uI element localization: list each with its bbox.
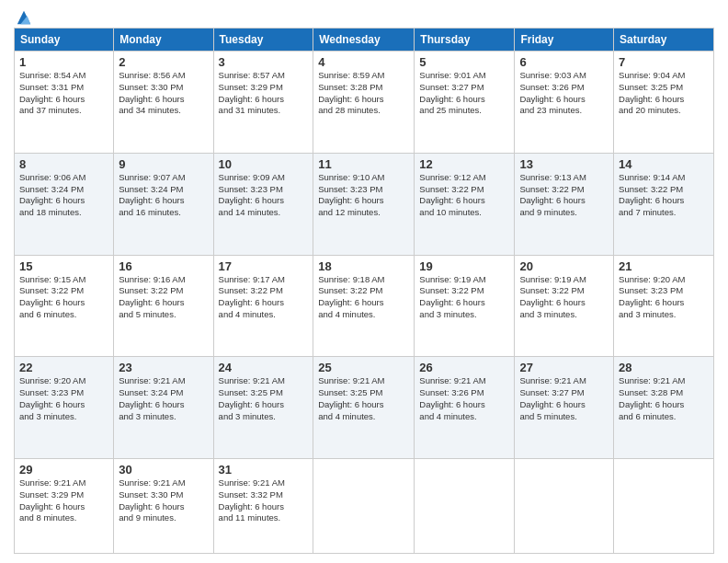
day-info: Sunrise: 9:20 AM Sunset: 3:23 PM Dayligh… [19, 375, 108, 422]
calendar-cell: 23Sunrise: 9:21 AM Sunset: 3:24 PM Dayli… [114, 357, 213, 459]
calendar-cell: 25Sunrise: 9:21 AM Sunset: 3:25 PM Dayli… [313, 357, 415, 459]
day-info: Sunrise: 9:17 AM Sunset: 3:22 PM Dayligh… [219, 274, 309, 321]
day-info: Sunrise: 9:21 AM Sunset: 3:24 PM Dayligh… [119, 375, 208, 422]
day-info: Sunrise: 9:16 AM Sunset: 3:22 PM Dayligh… [119, 274, 208, 321]
calendar-cell: 27Sunrise: 9:21 AM Sunset: 3:27 PM Dayli… [515, 357, 614, 459]
calendar-cell: 9Sunrise: 9:07 AM Sunset: 3:24 PM Daylig… [114, 153, 213, 255]
calendar-cell: 4Sunrise: 8:59 AM Sunset: 3:28 PM Daylig… [313, 52, 415, 154]
header-day-saturday: Saturday [614, 29, 714, 52]
day-number: 26 [419, 361, 509, 374]
calendar-cell: 16Sunrise: 9:16 AM Sunset: 3:22 PM Dayli… [114, 255, 213, 357]
calendar-cell: 7Sunrise: 9:04 AM Sunset: 3:25 PM Daylig… [614, 52, 714, 154]
day-info: Sunrise: 9:21 AM Sunset: 3:30 PM Dayligh… [119, 477, 208, 524]
calendar-cell: 2Sunrise: 8:56 AM Sunset: 3:30 PM Daylig… [114, 52, 213, 154]
calendar-week-row: 29Sunrise: 9:21 AM Sunset: 3:29 PM Dayli… [15, 459, 714, 554]
day-info: Sunrise: 9:20 AM Sunset: 3:23 PM Dayligh… [619, 274, 709, 321]
day-info: Sunrise: 9:03 AM Sunset: 3:26 PM Dayligh… [519, 70, 609, 117]
day-number: 16 [119, 259, 208, 273]
calendar-cell: 13Sunrise: 9:13 AM Sunset: 3:22 PM Dayli… [515, 153, 614, 255]
header-day-monday: Monday [114, 29, 213, 52]
day-info: Sunrise: 8:56 AM Sunset: 3:30 PM Dayligh… [119, 70, 208, 117]
calendar-cell: 12Sunrise: 9:12 AM Sunset: 3:22 PM Dayli… [415, 153, 515, 255]
calendar-cell: 8Sunrise: 9:06 AM Sunset: 3:24 PM Daylig… [15, 153, 114, 255]
day-info: Sunrise: 9:10 AM Sunset: 3:23 PM Dayligh… [318, 172, 409, 219]
day-number: 3 [219, 55, 309, 69]
day-info: Sunrise: 9:21 AM Sunset: 3:25 PM Dayligh… [219, 375, 309, 422]
calendar-cell: 6Sunrise: 9:03 AM Sunset: 3:26 PM Daylig… [515, 52, 614, 154]
day-info: Sunrise: 9:04 AM Sunset: 3:25 PM Dayligh… [619, 70, 709, 117]
calendar-table: SundayMondayTuesdayWednesdayThursdayFrid… [14, 28, 714, 554]
day-info: Sunrise: 8:59 AM Sunset: 3:28 PM Dayligh… [318, 70, 409, 117]
day-info: Sunrise: 9:21 AM Sunset: 3:28 PM Dayligh… [619, 375, 709, 422]
day-number: 25 [318, 361, 409, 374]
calendar-cell: 17Sunrise: 9:17 AM Sunset: 3:22 PM Dayli… [213, 255, 313, 357]
header-day-sunday: Sunday [15, 29, 114, 52]
page: SundayMondayTuesdayWednesdayThursdayFrid… [0, 0, 728, 563]
day-number: 7 [619, 55, 709, 69]
day-number: 18 [318, 259, 409, 273]
calendar-cell: 18Sunrise: 9:18 AM Sunset: 3:22 PM Dayli… [313, 255, 415, 357]
day-info: Sunrise: 9:07 AM Sunset: 3:24 PM Dayligh… [119, 172, 208, 219]
day-number: 28 [619, 361, 709, 374]
header-day-tuesday: Tuesday [213, 29, 313, 52]
calendar-cell: 22Sunrise: 9:20 AM Sunset: 3:23 PM Dayli… [15, 357, 114, 459]
day-info: Sunrise: 9:21 AM Sunset: 3:26 PM Dayligh… [419, 375, 509, 422]
calendar-cell: 5Sunrise: 9:01 AM Sunset: 3:27 PM Daylig… [415, 52, 515, 154]
day-info: Sunrise: 8:57 AM Sunset: 3:29 PM Dayligh… [219, 70, 309, 117]
calendar-cell: 26Sunrise: 9:21 AM Sunset: 3:26 PM Dayli… [415, 357, 515, 459]
calendar-cell: 30Sunrise: 9:21 AM Sunset: 3:30 PM Dayli… [114, 459, 213, 554]
calendar-cell: 21Sunrise: 9:20 AM Sunset: 3:23 PM Dayli… [614, 255, 714, 357]
calendar-cell [415, 459, 515, 554]
calendar-cell: 24Sunrise: 9:21 AM Sunset: 3:25 PM Dayli… [213, 357, 313, 459]
day-info: Sunrise: 9:13 AM Sunset: 3:22 PM Dayligh… [519, 172, 609, 219]
day-number: 17 [219, 259, 309, 273]
calendar-cell: 14Sunrise: 9:14 AM Sunset: 3:22 PM Dayli… [614, 153, 714, 255]
day-number: 6 [519, 55, 609, 69]
calendar-week-row: 1Sunrise: 8:54 AM Sunset: 3:31 PM Daylig… [15, 52, 714, 154]
day-number: 29 [19, 463, 108, 477]
calendar-cell: 11Sunrise: 9:10 AM Sunset: 3:23 PM Dayli… [313, 153, 415, 255]
day-info: Sunrise: 9:18 AM Sunset: 3:22 PM Dayligh… [318, 274, 409, 321]
day-number: 27 [519, 361, 609, 374]
day-info: Sunrise: 9:12 AM Sunset: 3:22 PM Dayligh… [419, 172, 509, 219]
day-number: 13 [519, 157, 609, 171]
logo [14, 9, 32, 22]
calendar-cell: 19Sunrise: 9:19 AM Sunset: 3:22 PM Dayli… [415, 255, 515, 357]
day-info: Sunrise: 9:15 AM Sunset: 3:22 PM Dayligh… [19, 274, 108, 321]
day-number: 22 [19, 361, 108, 374]
header-day-wednesday: Wednesday [313, 29, 415, 52]
calendar-week-row: 8Sunrise: 9:06 AM Sunset: 3:24 PM Daylig… [15, 153, 714, 255]
calendar-cell [313, 459, 415, 554]
day-info: Sunrise: 9:06 AM Sunset: 3:24 PM Dayligh… [19, 172, 108, 219]
day-number: 4 [318, 55, 409, 69]
calendar-cell: 31Sunrise: 9:21 AM Sunset: 3:32 PM Dayli… [213, 459, 313, 554]
calendar-header-row: SundayMondayTuesdayWednesdayThursdayFrid… [15, 29, 714, 52]
day-info: Sunrise: 9:21 AM Sunset: 3:29 PM Dayligh… [19, 477, 108, 524]
calendar-cell [515, 459, 614, 554]
day-info: Sunrise: 9:01 AM Sunset: 3:27 PM Dayligh… [419, 70, 509, 117]
calendar-cell [614, 459, 714, 554]
header-day-friday: Friday [515, 29, 614, 52]
day-info: Sunrise: 9:21 AM Sunset: 3:25 PM Dayligh… [318, 375, 409, 422]
day-number: 23 [119, 361, 208, 374]
day-number: 14 [619, 157, 709, 171]
calendar-week-row: 22Sunrise: 9:20 AM Sunset: 3:23 PM Dayli… [15, 357, 714, 459]
day-number: 19 [419, 259, 509, 273]
day-number: 10 [219, 157, 309, 171]
calendar-cell: 28Sunrise: 9:21 AM Sunset: 3:28 PM Dayli… [614, 357, 714, 459]
day-info: Sunrise: 9:09 AM Sunset: 3:23 PM Dayligh… [219, 172, 309, 219]
day-number: 31 [219, 463, 309, 477]
day-number: 24 [219, 361, 309, 374]
calendar-cell: 20Sunrise: 9:19 AM Sunset: 3:22 PM Dayli… [515, 255, 614, 357]
day-number: 1 [19, 55, 108, 69]
day-info: Sunrise: 9:19 AM Sunset: 3:22 PM Dayligh… [419, 274, 509, 321]
calendar-week-row: 15Sunrise: 9:15 AM Sunset: 3:22 PM Dayli… [15, 255, 714, 357]
day-info: Sunrise: 9:21 AM Sunset: 3:32 PM Dayligh… [219, 477, 309, 524]
day-info: Sunrise: 9:21 AM Sunset: 3:27 PM Dayligh… [519, 375, 609, 422]
calendar-cell: 3Sunrise: 8:57 AM Sunset: 3:29 PM Daylig… [213, 52, 313, 154]
day-number: 2 [119, 55, 208, 69]
day-number: 9 [119, 157, 208, 171]
day-number: 12 [419, 157, 509, 171]
day-number: 21 [619, 259, 709, 273]
day-number: 5 [419, 55, 509, 69]
